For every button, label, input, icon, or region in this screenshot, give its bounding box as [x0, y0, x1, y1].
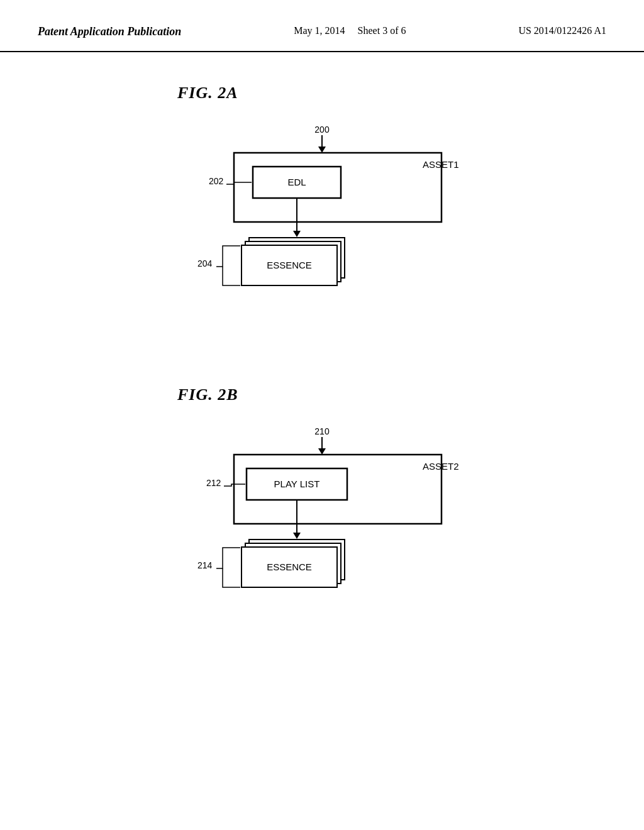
fig2b-essence-label: ESSENCE	[267, 562, 312, 572]
svg-marker-5	[293, 231, 301, 237]
fig2a-edl-label: EDL	[287, 177, 306, 187]
fig2b-playlist-label: PLAY LIST	[274, 479, 320, 489]
publication-title: Patent Application Publication	[38, 25, 181, 38]
sheet-info: Sheet 3 of 6	[358, 25, 406, 36]
fig2b-essence-ref: 214	[197, 560, 213, 570]
publication-date-sheet: May 1, 2014 Sheet 3 of 6	[294, 25, 406, 36]
fig2a-asset-label: ASSET1	[423, 159, 459, 170]
page: Patent Application Publication May 1, 20…	[0, 0, 644, 830]
fig2a-edl-ref: 202	[209, 176, 224, 186]
fig2b-diagram: 210 ASSET2 PLAY LIST 212	[171, 423, 473, 637]
header: Patent Application Publication May 1, 20…	[0, 0, 644, 52]
fig2b-title: FIG. 2B	[177, 385, 238, 404]
svg-marker-10	[318, 448, 326, 455]
fig2b-section: FIG. 2B 210 ASSET2 PLAY LIST 212	[171, 385, 473, 637]
svg-marker-1	[318, 147, 326, 153]
fig2b-playlist-ref: 212	[206, 478, 221, 488]
svg-marker-14	[293, 533, 301, 539]
fig2b-asset-ref: 210	[314, 426, 330, 436]
fig2a-diagram: 200 ASSET1 EDL 202	[171, 121, 473, 335]
fig2b-asset-label: ASSET2	[423, 461, 459, 472]
fig2a-asset-ref: 200	[314, 124, 330, 135]
fig2a-essence-label: ESSENCE	[267, 260, 312, 270]
fig2a-section: FIG. 2A 200 ASSET1 EDL 202	[171, 84, 473, 335]
publication-number: US 2014/0122426 A1	[518, 25, 606, 36]
publication-date: May 1, 2014	[294, 25, 345, 36]
diagrams-area: FIG. 2A 200 ASSET1 EDL 202	[0, 58, 644, 662]
fig2a-title: FIG. 2A	[177, 84, 238, 102]
fig2a-essence-ref: 204	[197, 258, 213, 268]
